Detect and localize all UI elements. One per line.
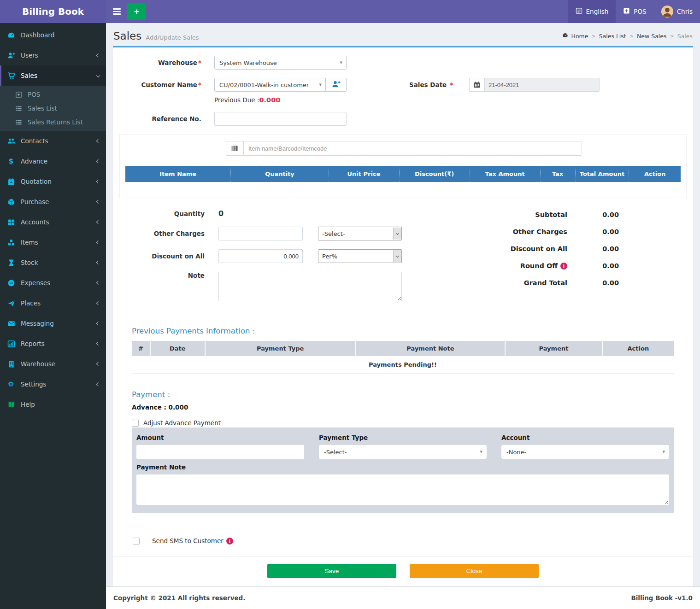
sidebar-item-label: Messaging bbox=[21, 320, 54, 327]
sidebar-item-label: Reports bbox=[21, 340, 45, 347]
breadcrumb-separator: > bbox=[670, 33, 674, 39]
sidebar-item-accounts[interactable]: Accounts bbox=[0, 212, 106, 232]
advance-value: 0.000 bbox=[169, 404, 188, 411]
note-textarea[interactable] bbox=[218, 272, 402, 301]
other-charges-total-label: Other Charges bbox=[461, 228, 567, 235]
payment-note-textarea[interactable] bbox=[136, 474, 669, 505]
copyright-text: Copyright © 2021 All rights reserved. bbox=[113, 594, 245, 602]
discount-unit-select[interactable]: Per% bbox=[318, 249, 402, 263]
amount-label: Amount bbox=[136, 434, 304, 441]
warehouse-label: Warehouse* bbox=[118, 59, 201, 66]
sidebar-item-items[interactable]: Items bbox=[0, 232, 106, 252]
sidebar-item-label: Warehouse bbox=[21, 360, 55, 368]
discount-on-all-input[interactable] bbox=[218, 249, 303, 263]
round-off-info-icon[interactable] bbox=[560, 263, 567, 269]
sidebar-item-quotation[interactable]: Quotation bbox=[0, 171, 106, 192]
sales-submenu: POS Sales List Sales Returns List bbox=[0, 86, 106, 131]
sidebar-item-warehouse[interactable]: Warehouse bbox=[0, 354, 106, 374]
advance-amount: Advance : 0.000 bbox=[132, 404, 674, 411]
hamburger-icon bbox=[113, 8, 121, 10]
plus-square-outline-icon bbox=[14, 91, 23, 98]
sidebar-subitem-sales-list[interactable]: Sales List bbox=[0, 101, 106, 115]
totals-panel: Subtotal 0.00 Other Charges 0.00 Discoun… bbox=[461, 209, 619, 310]
advance-label: Advance : bbox=[132, 404, 166, 411]
sidebar-item-dashboard[interactable]: Dashboard bbox=[0, 25, 106, 45]
users-group-icon bbox=[7, 137, 15, 145]
bar-chart-icon bbox=[7, 340, 15, 348]
sidebar-item-settings[interactable]: ⚙ Settings bbox=[0, 374, 106, 394]
sidebar-item-users[interactable]: Users bbox=[0, 45, 106, 65]
send-sms-checkbox[interactable] bbox=[133, 538, 140, 545]
building-icon bbox=[7, 360, 15, 368]
sales-date-input[interactable] bbox=[484, 78, 600, 92]
customer-select[interactable]: CU/02/0001-Walk-in customer bbox=[214, 78, 326, 92]
warehouse-select[interactable]: System Warehouse bbox=[214, 56, 347, 70]
sidebar-item-sales[interactable]: Sales bbox=[0, 65, 106, 86]
sidebar-item-places[interactable]: Places bbox=[0, 293, 106, 313]
close-button[interactable]: Close bbox=[410, 564, 539, 578]
chevron-left-icon bbox=[96, 53, 100, 57]
sidebar-item-label: Settings bbox=[21, 381, 46, 388]
grand-total-value: 0.00 bbox=[567, 279, 619, 287]
previous-due-value: 0.000 bbox=[259, 96, 280, 104]
chevron-down-icon bbox=[96, 74, 100, 77]
app-logo[interactable]: Billing Book bbox=[0, 0, 106, 23]
sidebar-item-advance[interactable]: $ Advance bbox=[0, 151, 106, 171]
items-col-tax: Tax bbox=[540, 166, 575, 182]
user-plus-icon bbox=[332, 80, 341, 90]
calendar-plus-icon bbox=[7, 178, 15, 186]
sidebar-item-messaging[interactable]: Messaging bbox=[0, 313, 106, 334]
payments-col-date: Date bbox=[150, 341, 205, 356]
grand-total-label: Grand Total bbox=[461, 279, 567, 287]
breadcrumb-separator: > bbox=[591, 33, 595, 39]
sidebar-item-help[interactable]: Help bbox=[0, 394, 106, 415]
account-select[interactable]: -None- bbox=[501, 445, 669, 459]
breadcrumb-home[interactable]: Home bbox=[571, 33, 588, 40]
sidebar-item-expenses[interactable]: Expenses bbox=[0, 273, 106, 293]
select-arrow-icon bbox=[393, 250, 401, 262]
sidebar-subitem-pos[interactable]: POS bbox=[0, 88, 106, 101]
breadcrumb-sales-list[interactable]: Sales List bbox=[599, 33, 626, 40]
other-charges-select[interactable]: -Select- bbox=[318, 227, 402, 240]
sidebar-item-purchase[interactable]: Purchase bbox=[0, 192, 106, 212]
sales-date-label: Sales Date * bbox=[409, 81, 453, 88]
user-menu[interactable]: Chris bbox=[654, 0, 700, 23]
save-button[interactable]: Save bbox=[267, 564, 396, 578]
plus-square-icon bbox=[623, 7, 630, 16]
footer: Copyright © 2021 All rights reserved. Bi… bbox=[106, 586, 700, 609]
adjust-advance-checkbox[interactable] bbox=[132, 420, 139, 427]
other-charges-selected-value: -Select- bbox=[322, 230, 345, 237]
language-menu[interactable]: English bbox=[568, 0, 616, 23]
quick-add-button[interactable]: + bbox=[127, 3, 146, 20]
sidebar-item-stock[interactable]: Stock bbox=[0, 252, 106, 273]
list-icon bbox=[14, 119, 23, 126]
sms-info-icon[interactable] bbox=[226, 538, 233, 545]
sidebar-item-contacts[interactable]: Contacts bbox=[0, 131, 106, 151]
cubes-icon bbox=[7, 239, 15, 246]
reference-no-input[interactable] bbox=[214, 112, 347, 126]
items-col-unit-price: Unit Price bbox=[329, 166, 399, 182]
sidebar-item-reports[interactable]: Reports bbox=[0, 334, 106, 354]
grid-icon bbox=[7, 218, 15, 226]
account-label: Account bbox=[501, 434, 669, 441]
payment-type-select[interactable]: -Select- bbox=[319, 445, 487, 459]
sidebar-subitem-sales-returns-list[interactable]: Sales Returns List bbox=[0, 115, 106, 129]
items-col-action: Action bbox=[629, 166, 681, 182]
payment-title: Payment : bbox=[132, 390, 674, 399]
other-charges-input[interactable] bbox=[218, 227, 303, 240]
add-customer-button[interactable] bbox=[326, 78, 347, 92]
payments-col-index: # bbox=[132, 341, 150, 356]
pos-label: POS bbox=[634, 8, 646, 15]
item-search-input[interactable] bbox=[243, 141, 582, 156]
breadcrumb-new-sales[interactable]: New Sales bbox=[637, 33, 667, 40]
items-panel: Item Name Quantity Unit Price Discount(₹… bbox=[119, 134, 687, 198]
language-icon bbox=[576, 7, 582, 16]
sidebar-item-label: Contacts bbox=[21, 137, 48, 145]
amount-input[interactable] bbox=[136, 445, 304, 459]
pos-menu[interactable]: POS bbox=[616, 0, 653, 23]
calendar-icon[interactable] bbox=[469, 78, 484, 92]
sidebar-item-label: Stock bbox=[21, 259, 38, 266]
sidebar-toggle-button[interactable] bbox=[106, 0, 127, 23]
account-selected-value: -None- bbox=[506, 449, 526, 456]
round-off-label: Round Off bbox=[461, 262, 567, 269]
